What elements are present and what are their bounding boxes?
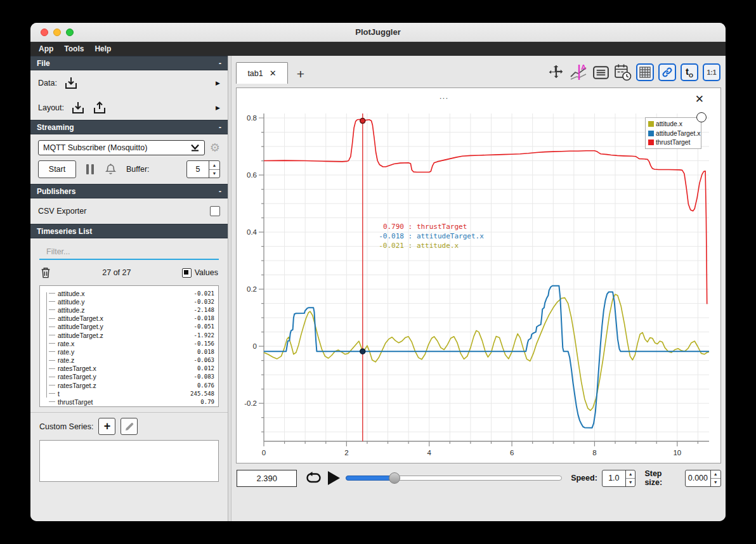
collapse-icon[interactable]: - — [219, 123, 221, 132]
collapse-icon[interactable]: - — [219, 59, 221, 68]
timeseries-row[interactable]: attitudeTarget.y-0.051 — [42, 323, 214, 331]
timeseries-row[interactable]: attitude.y-0.032 — [42, 297, 214, 306]
timeseries-name[interactable]: thrustTarget — [58, 398, 93, 406]
legend-item[interactable]: attitude.x — [648, 120, 698, 127]
timeseries-row[interactable]: thrustTarget0.79 — [42, 398, 214, 406]
layout-menu-arrow-icon[interactable]: ▶ — [216, 105, 220, 111]
spin-up-icon[interactable]: ▲ — [209, 161, 219, 170]
start-streaming-button[interactable]: Start — [38, 160, 76, 178]
timeseries-name[interactable]: attitudeTarget.x — [58, 314, 103, 322]
spin-up-icon[interactable]: ▲ — [626, 470, 635, 479]
load-layout-button[interactable] — [70, 101, 86, 115]
show-legend-button[interactable] — [592, 63, 609, 81]
close-window-button[interactable] — [41, 29, 48, 36]
add-custom-series-button[interactable]: + — [98, 418, 115, 435]
timeseries-name[interactable]: attitudeTarget.z — [58, 332, 103, 339]
timeseries-name[interactable]: rate.z — [58, 356, 74, 364]
timeseries-row[interactable]: ratesTarget.y-0.083 — [42, 373, 214, 381]
tab-close-icon[interactable]: ✕ — [270, 68, 277, 78]
edit-custom-series-button[interactable] — [121, 418, 138, 435]
speed-value[interactable]: 1.0 — [603, 470, 625, 486]
time-offset-button[interactable]: tO — [681, 63, 698, 81]
datetime-button[interactable] — [614, 63, 632, 81]
data-menu-arrow-icon[interactable]: ▶ — [216, 80, 220, 86]
timeseries-value: -0.032 — [193, 299, 214, 305]
minimize-window-button[interactable] — [53, 29, 61, 36]
link-axes-button[interactable] — [658, 63, 676, 81]
plus-icon: + — [104, 420, 111, 433]
streaming-section-header[interactable]: Streaming - — [30, 120, 228, 134]
buffer-value[interactable]: 5 — [187, 161, 209, 178]
timeseries-name[interactable]: attitude.x — [58, 290, 85, 297]
timeseries-section-header[interactable]: Timeseries List — [30, 224, 228, 238]
timeseries-row[interactable]: t245.548 — [42, 389, 214, 398]
spin-down-icon[interactable]: ▼ — [626, 479, 635, 486]
notifications-bell-icon[interactable] — [104, 163, 117, 176]
legend-item[interactable]: attitudeTarget.x — [648, 130, 698, 137]
load-data-button[interactable] — [63, 76, 79, 90]
collapse-icon[interactable]: - — [219, 187, 221, 196]
timeseries-row[interactable]: rate.x-0.156 — [42, 339, 214, 347]
window-title: PlotJuggler — [30, 23, 726, 42]
streaming-source-select[interactable]: MQTT Subscriber (Mosquitto) — [38, 140, 205, 155]
tab-tab1[interactable]: tab1 ✕ — [236, 62, 288, 84]
link-icon — [662, 67, 673, 78]
timeseries-name[interactable]: ratesTarget.z — [58, 382, 96, 389]
current-time-field[interactable]: 2.390 — [237, 470, 297, 487]
grid-view-button[interactable] — [636, 63, 654, 81]
fullscreen-window-button[interactable] — [66, 29, 74, 36]
csv-exporter-checkbox[interactable] — [210, 206, 220, 216]
slider-handle[interactable] — [389, 472, 400, 484]
step-size-spinbox[interactable]: 0.000 ▲▼ — [685, 470, 721, 487]
timeseries-row[interactable]: attitudeTarget.x-0.018 — [42, 314, 214, 323]
plot-close-icon[interactable]: ✕ — [695, 93, 704, 106]
menu-app[interactable]: App — [39, 44, 53, 53]
ratio-button[interactable]: 1:1 — [703, 63, 720, 81]
filter-input[interactable] — [39, 245, 219, 260]
timeseries-row[interactable]: attitudeTarget.z-1.922 — [42, 331, 214, 339]
file-section-header[interactable]: File - — [30, 56, 228, 70]
save-layout-button[interactable] — [92, 101, 107, 115]
step-size-value[interactable]: 0.000 — [686, 470, 710, 486]
timeseries-name[interactable]: rate.x — [58, 340, 74, 347]
menu-help[interactable]: Help — [94, 44, 111, 53]
menu-tools[interactable]: Tools — [64, 44, 84, 53]
timeseries-row[interactable]: rate.y0.018 — [42, 347, 214, 356]
speed-spinbox[interactable]: 1.0 ▲▼ — [602, 470, 636, 487]
buffer-spinbox[interactable]: 5 ▲▼ — [186, 160, 220, 178]
pan-zoom-button[interactable] — [547, 63, 565, 81]
timeseries-name[interactable]: rate.y — [58, 348, 74, 356]
plot-legend[interactable]: attitude.xattitudeTarget.xthrustTarget — [645, 117, 701, 149]
timeseries-name[interactable]: attitude.y — [58, 298, 85, 306]
spin-down-icon[interactable]: ▼ — [209, 170, 219, 178]
play-button[interactable] — [328, 471, 340, 485]
add-tab-button[interactable]: + — [288, 65, 313, 84]
timeseries-name[interactable]: t — [58, 390, 60, 398]
spin-down-icon[interactable]: ▼ — [711, 479, 721, 486]
delete-series-trash-icon[interactable] — [40, 266, 51, 279]
timeseries-name[interactable]: ratesTarget.y — [58, 373, 96, 380]
publishers-section-header[interactable]: Publishers - — [30, 184, 228, 198]
legend-item[interactable]: thrustTarget — [648, 139, 698, 146]
timeseries-row[interactable]: attitude.z-2.148 — [42, 306, 214, 314]
timeseries-row[interactable]: ratesTarget.x0.012 — [42, 365, 214, 373]
values-checkbox[interactable] — [182, 268, 192, 278]
filter-row — [30, 238, 228, 260]
custom-series-listbox[interactable] — [39, 440, 219, 482]
timeseries-row[interactable]: attitude.x-0.021 — [42, 289, 214, 297]
timeseries-list[interactable]: attitude.x-0.021attitude.y-0.032attitude… — [39, 285, 219, 407]
timeseries-row[interactable]: rate.z-0.063 — [42, 356, 214, 365]
streaming-settings-gear-icon[interactable]: ⚙ — [210, 142, 220, 153]
data-label: Data: — [38, 79, 57, 87]
loop-button[interactable] — [305, 471, 322, 485]
timeseries-name[interactable]: attitudeTarget.y — [58, 323, 103, 330]
plot-splitter-ellipsis[interactable]: ... — [440, 92, 449, 101]
spin-up-icon[interactable]: ▲ — [711, 470, 721, 479]
timeseries-row[interactable]: ratesTarget.z0.676 — [42, 381, 214, 389]
timeseries-name[interactable]: ratesTarget.x — [58, 365, 96, 372]
tracker-style-button[interactable]: A — [570, 63, 587, 81]
timeseries-name[interactable]: attitude.z — [58, 306, 85, 314]
legend-handle-circle[interactable] — [696, 112, 707, 122]
pause-streaming-icon[interactable] — [86, 164, 94, 174]
timeline-slider[interactable] — [346, 472, 562, 484]
